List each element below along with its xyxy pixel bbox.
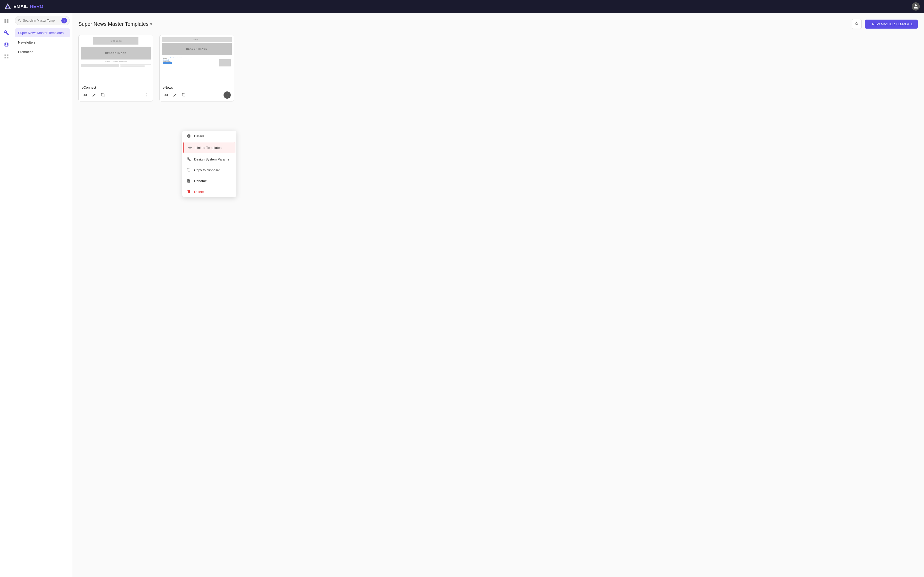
sidebar-icon-templates[interactable] bbox=[2, 40, 11, 50]
preview-header-image: HEADER IMAGE bbox=[81, 47, 151, 60]
card-preview-econnect: HUGE LOGO HEADER IMAGE A MESSAGE FROM OU… bbox=[79, 35, 153, 83]
preview-button-econnect[interactable] bbox=[82, 92, 89, 99]
tools-icon bbox=[186, 157, 191, 161]
template-card-enews: Wide AD 1 HEADER IMAGE Subscribe to Maga… bbox=[159, 35, 234, 102]
logo-hero: HERO bbox=[30, 4, 43, 9]
preview-read-more-btn bbox=[163, 62, 172, 64]
edit-button-econnect[interactable] bbox=[90, 92, 98, 99]
link-icon bbox=[188, 145, 192, 150]
sidebar-item-super-news[interactable]: Super News Master Templates bbox=[15, 28, 70, 37]
copy-icon bbox=[101, 93, 105, 97]
card-name-enews: eNews bbox=[163, 85, 231, 89]
sidebar-icon-dashboard[interactable] bbox=[2, 16, 11, 26]
card-footer-enews: eNews ⋮ bbox=[160, 83, 234, 101]
more-options-button-enews[interactable]: ⋮ bbox=[223, 92, 231, 99]
main-content: Super News Master Templates ▾ + NEW MAST… bbox=[72, 13, 924, 577]
menu-item-design-params[interactable]: Design System Params bbox=[182, 154, 236, 164]
svg-rect-2 bbox=[7, 6, 8, 8]
preview-line-1 bbox=[120, 64, 151, 65]
clipboard-icon bbox=[186, 168, 191, 172]
header-search-button[interactable] bbox=[852, 19, 862, 29]
card-name-econnect: eConnect bbox=[82, 85, 150, 89]
sidebar-item-newsletters[interactable]: Newsletters bbox=[15, 38, 70, 47]
edit-icon bbox=[92, 93, 96, 97]
copy-button-enews[interactable] bbox=[180, 92, 187, 99]
user-avatar[interactable] bbox=[912, 2, 920, 11]
logo: EMAILHERO bbox=[4, 3, 43, 10]
icon-sidebar bbox=[0, 13, 13, 577]
eye-icon bbox=[83, 93, 87, 97]
sidebar-icon-tools[interactable] bbox=[2, 28, 11, 38]
template-card-econnect: HUGE LOGO HEADER IMAGE A MESSAGE FROM OU… bbox=[78, 35, 153, 102]
preview-news-row: {{this.title}} {{this.description}} bbox=[163, 59, 231, 66]
menu-label-copy-clipboard: Copy to clipboard bbox=[194, 168, 220, 172]
copy-button-econnect[interactable] bbox=[99, 92, 107, 99]
sidebar-item-label: Super News Master Templates bbox=[18, 31, 64, 35]
preview-header-image-enews: HEADER IMAGE bbox=[162, 43, 232, 55]
text-sidebar: + Super News Master Templates Newsletter… bbox=[13, 13, 72, 577]
preview-title-placeholder bbox=[81, 64, 120, 67]
add-template-button[interactable]: + bbox=[61, 18, 67, 23]
preview-wide-ad: Wide AD 1 bbox=[162, 37, 232, 42]
menu-label-details: Details bbox=[194, 134, 204, 138]
edit-button-enews[interactable] bbox=[171, 92, 179, 99]
preview-news-content: {{this.title}} {{this.description}} bbox=[163, 59, 218, 64]
search-input[interactable] bbox=[23, 19, 57, 23]
preview-meta: Subscribe to Magazine | www.supernewscom… bbox=[162, 56, 232, 67]
chevron-down-icon[interactable]: ▾ bbox=[150, 22, 152, 27]
card-preview-enews: Wide AD 1 HEADER IMAGE Subscribe to Maga… bbox=[160, 35, 234, 83]
preview-desc-lines bbox=[120, 64, 151, 67]
card-actions-enews: ⋮ bbox=[163, 92, 231, 99]
preview-thumbnail bbox=[219, 59, 231, 66]
page-title: Super News Master Templates bbox=[78, 21, 149, 27]
sidebar-item-label: Newsletters bbox=[18, 40, 36, 44]
context-menu: Details Linked Templates Design System P… bbox=[182, 131, 236, 197]
page-title-area: Super News Master Templates ▾ bbox=[78, 21, 152, 27]
topbar: EMAILHERO bbox=[0, 0, 924, 13]
delete-icon bbox=[186, 189, 191, 194]
logo-email: EMAIL bbox=[13, 4, 28, 9]
menu-label-design-params: Design System Params bbox=[194, 157, 229, 161]
menu-item-delete[interactable]: Delete bbox=[182, 186, 236, 197]
copy-icon bbox=[182, 93, 186, 97]
cards-grid: HUGE LOGO HEADER IMAGE A MESSAGE FROM OU… bbox=[78, 35, 918, 102]
menu-item-copy-clipboard[interactable]: Copy to clipboard bbox=[182, 164, 236, 176]
sidebar-icon-grid[interactable] bbox=[2, 52, 11, 61]
preview-button-enews[interactable] bbox=[163, 92, 170, 99]
rename-icon bbox=[186, 179, 191, 183]
search-icon bbox=[855, 22, 859, 26]
preview-logo: HUGE LOGO bbox=[93, 37, 139, 45]
menu-label-rename: Rename bbox=[194, 179, 207, 183]
menu-label-linked-templates: Linked Templates bbox=[195, 146, 221, 150]
sidebar-item-label: Promotion bbox=[18, 50, 33, 54]
logo-icon bbox=[4, 3, 11, 10]
preview-sponsor-text: A MESSAGE FROM OUR SPONSOR bbox=[81, 61, 151, 63]
menu-item-linked-templates[interactable]: Linked Templates bbox=[183, 142, 235, 153]
more-options-button-econnect[interactable]: ⋮ bbox=[142, 92, 150, 99]
search-bar: + bbox=[15, 16, 70, 25]
card-actions-econnect: ⋮ bbox=[82, 92, 150, 99]
search-icon bbox=[18, 19, 21, 23]
page-header: Super News Master Templates ▾ + NEW MAST… bbox=[78, 19, 918, 29]
edit-icon bbox=[173, 93, 177, 97]
menu-label-delete: Delete bbox=[194, 190, 204, 194]
header-actions: + NEW MASTER TEMPLATE bbox=[852, 19, 918, 29]
eye-icon bbox=[164, 93, 168, 97]
menu-item-rename[interactable]: Rename bbox=[182, 176, 236, 186]
preview-line-2 bbox=[120, 65, 145, 67]
preview-content-row bbox=[81, 64, 151, 67]
new-master-template-button[interactable]: + NEW MASTER TEMPLATE bbox=[865, 19, 918, 29]
info-icon bbox=[186, 134, 191, 138]
menu-item-details[interactable]: Details bbox=[182, 131, 236, 142]
card-footer-econnect: eConnect ⋮ bbox=[79, 83, 153, 101]
sidebar-item-promotion[interactable]: Promotion bbox=[15, 47, 70, 56]
